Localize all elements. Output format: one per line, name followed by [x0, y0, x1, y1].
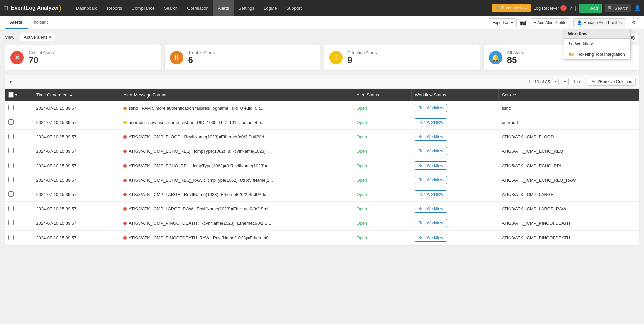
- run-workflow-button-4[interactable]: Run Workflow: [415, 161, 447, 170]
- th-message[interactable]: Alert Message Format: [120, 89, 353, 101]
- filter-icon[interactable]: ▼: [8, 79, 13, 84]
- row-checkbox-5[interactable]: [8, 177, 14, 182]
- nav-correlation[interactable]: Correlation: [182, 0, 213, 16]
- row-message-9: ATK/3/ATK_ICMP_PINGOFDEATH_RAW : RcvIfNa…: [120, 231, 353, 245]
- workflow-dropdown-menu: Workflow ↻ Workflow 🎫 Ticketing Tool Int…: [564, 29, 631, 60]
- add-label: + Add: [587, 6, 598, 11]
- all-icon: 🔔: [489, 51, 502, 64]
- row-workflow-9: Run Workflow: [411, 231, 498, 245]
- log-receiver-label: Log Receiver: [533, 6, 559, 11]
- nav-search[interactable]: Search: [159, 0, 182, 16]
- row-checkbox-cell: [5, 216, 33, 231]
- row-checkbox-1[interactable]: [8, 119, 14, 125]
- row-workflow-8: Run Workflow: [411, 216, 498, 231]
- run-workflow-button-7[interactable]: Run Workflow: [415, 205, 447, 213]
- th-status[interactable]: Alert Status: [353, 89, 411, 101]
- manage-alert-label: Manage Alert Profiles: [583, 20, 622, 25]
- nav-alerts[interactable]: Alerts: [213, 0, 234, 16]
- open-status-4: Open: [356, 163, 367, 168]
- checkbox-chevron-icon[interactable]: ▾: [15, 92, 17, 98]
- table-row: 2024-07-10 15:39:57 ATK/3/ATK_ICMP_LARGE…: [5, 202, 639, 216]
- row-workflow-6: Run Workflow: [411, 187, 498, 202]
- row-checkbox-3[interactable]: [8, 148, 14, 153]
- nav-dashboard[interactable]: Dashboard: [71, 0, 102, 16]
- row-status-5: Open: [353, 173, 411, 187]
- grid-icon[interactable]: ⊞: [3, 4, 8, 12]
- run-workflow-button-9[interactable]: Run Workflow: [415, 234, 447, 242]
- row-checkbox-cell: [5, 202, 33, 216]
- camera-icon[interactable]: 📷: [520, 19, 527, 26]
- add-alert-icon: +: [534, 20, 536, 25]
- th-time[interactable]: Time Generated ▲: [33, 89, 120, 101]
- manage-alert-profiles-button[interactable]: 👤 Manage Alert Profiles: [573, 18, 625, 27]
- row-checkbox-cell: [5, 144, 33, 158]
- row-status-3: Open: [353, 144, 411, 158]
- add-alert-profile-button[interactable]: + Add Alert Profile: [530, 18, 570, 27]
- run-workflow-button-2[interactable]: Run Workflow: [415, 133, 447, 141]
- active-alerts-dropdown[interactable]: Active alerts ▾: [20, 33, 55, 41]
- attention-alerts-card[interactable]: ! Attention Alerts 9: [324, 45, 480, 70]
- row-dot-2: [123, 135, 127, 139]
- row-checkbox-2[interactable]: [8, 134, 14, 139]
- per-page-dropdown[interactable]: 10 ▾: [571, 78, 583, 85]
- next-page-button[interactable]: ›: [552, 78, 559, 85]
- row-checkbox-cell: [5, 101, 33, 115]
- th-workflow[interactable]: Workflow Status: [411, 89, 498, 101]
- row-status-1: Open: [353, 115, 411, 130]
- row-time-7: 2024-07-10 15:39:57: [33, 202, 120, 216]
- nav-settings[interactable]: Settings: [234, 0, 259, 16]
- critical-count: 70: [29, 55, 54, 65]
- row-time-6: 2024-07-10 15:39:57: [33, 187, 120, 202]
- tab-alerts[interactable]: Alerts: [5, 16, 28, 29]
- nav-support[interactable]: Support: [282, 0, 307, 16]
- log-receiver-badge: 5: [560, 5, 567, 11]
- row-time-5: 2024-07-10 15:39:57: [33, 173, 120, 187]
- run-workflow-button-0[interactable]: Run Workflow: [415, 104, 447, 112]
- all-info: All Alerts 85: [507, 50, 524, 65]
- row-checkbox-8[interactable]: [8, 220, 14, 225]
- run-workflow-button-1[interactable]: Run Workflow: [415, 118, 447, 126]
- export-button[interactable]: Export as ▾: [489, 18, 517, 27]
- add-button[interactable]: + + Add: [579, 4, 602, 13]
- row-time-3: 2024-07-10 15:39:57: [33, 144, 120, 158]
- th-source[interactable]: Source: [498, 89, 639, 101]
- table-row: 2024-07-10 15:39:57 ATK/3/ATK_ICMP_PINGO…: [5, 231, 639, 245]
- run-workflow-button-8[interactable]: Run Workflow: [415, 219, 447, 227]
- critical-alerts-card[interactable]: ✕ Critical Alerts 70: [5, 45, 161, 70]
- nav-reports[interactable]: Reports: [102, 0, 127, 16]
- tab-incident[interactable]: Incident: [28, 16, 53, 29]
- row-checkbox-6[interactable]: [8, 191, 14, 197]
- top-right-actions: 🛒 Purchase now Log Receiver 5 ? | + + Ad…: [492, 4, 641, 13]
- table-row: 2024-07-10 15:39:57 ATK/3/ATK_ICMP_LARGE…: [5, 187, 639, 202]
- logo-arc: ): [59, 4, 61, 12]
- trouble-label: Trouble Alerts: [188, 50, 215, 55]
- row-checkbox-4[interactable]: [8, 163, 14, 168]
- trouble-alerts-card[interactable]: !! Trouble Alerts 6: [165, 45, 320, 70]
- dropdown-workflow-item[interactable]: ↻ Workflow: [564, 39, 630, 49]
- select-all-checkbox[interactable]: [8, 92, 14, 98]
- run-workflow-button-6[interactable]: Run Workflow: [415, 190, 447, 198]
- row-time-4: 2024-07-10 15:39:57: [33, 158, 120, 173]
- run-workflow-button-3[interactable]: Run Workflow: [415, 147, 447, 155]
- purchase-button[interactable]: 🛒 Purchase now: [492, 4, 531, 12]
- row-dot-9: [123, 236, 127, 240]
- row-source-9: ATK/3/ATK_ICMP_PINGOFDEATH_...: [498, 231, 639, 245]
- nav-compliance[interactable]: Compliance: [127, 0, 159, 16]
- row-checkbox-0[interactable]: [8, 105, 14, 110]
- row-checkbox-7[interactable]: [8, 206, 14, 211]
- gear-settings-button[interactable]: ⚙: [629, 18, 639, 27]
- help-icon[interactable]: ?: [569, 5, 572, 11]
- critical-label: Critical Alerts: [29, 50, 54, 55]
- add-remove-columns-button[interactable]: Add/Remove Columns: [588, 78, 636, 86]
- nav-logme[interactable]: LogMe: [259, 0, 282, 16]
- run-workflow-button-5[interactable]: Run Workflow: [415, 176, 447, 184]
- dropdown-ticketing-item[interactable]: 🎫 Ticketing Tool Integration: [564, 49, 630, 59]
- row-dot-1: [123, 121, 127, 124]
- user-icon[interactable]: 👤: [634, 5, 641, 11]
- search-box[interactable]: 🔍 Search: [605, 4, 631, 12]
- table-body: 2024-07-10 15:39:57 sshd : PAM 5 more au…: [5, 101, 639, 245]
- last-page-button[interactable]: »: [561, 78, 569, 85]
- search-label: Search: [614, 6, 628, 11]
- row-checkbox-9[interactable]: [8, 235, 14, 240]
- view-row: View : Active alerts ▾ Today: [5, 33, 639, 41]
